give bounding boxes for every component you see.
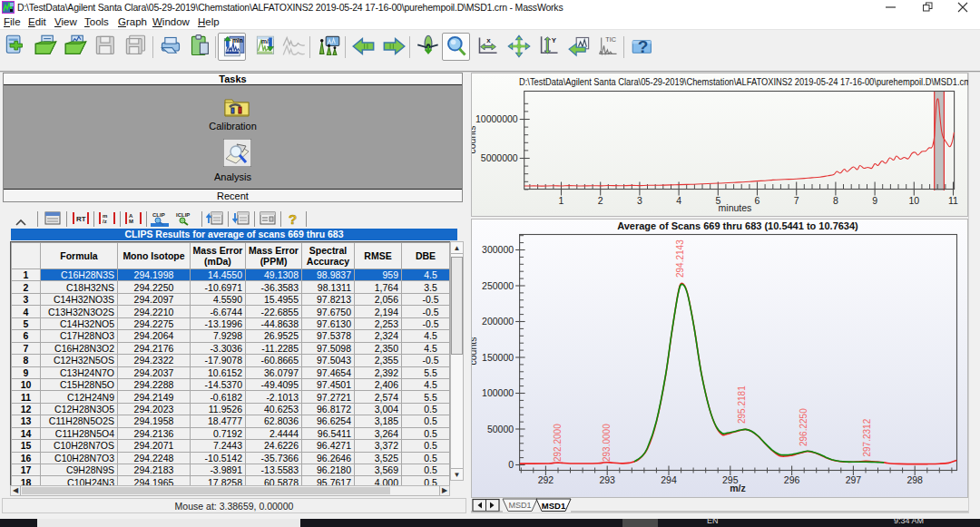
svg-text:?: ?	[638, 37, 649, 56]
svg-text:8: 8	[833, 195, 838, 206]
svg-text:297: 297	[846, 474, 862, 485]
svg-text:TIC: TIC	[605, 35, 616, 44]
svg-text:counts: counts	[472, 126, 477, 154]
svg-text:2: 2	[598, 195, 603, 206]
svg-text:295.2181: 295.2181	[737, 385, 747, 424]
svg-text:counts: counts	[472, 337, 478, 366]
svg-text:150000: 150000	[482, 352, 514, 363]
svg-text:292: 292	[538, 474, 554, 485]
svg-text:/z: /z	[103, 219, 107, 224]
svg-text:3: 3	[637, 195, 642, 206]
svg-text:7: 7	[794, 195, 799, 206]
svg-text:6: 6	[755, 195, 760, 206]
svg-text:200000: 200000	[482, 316, 514, 327]
svg-text:RT: RT	[76, 215, 86, 223]
svg-text:298: 298	[906, 474, 923, 485]
svg-text:296.2250: 296.2250	[799, 408, 808, 446]
svg-text:297.2312: 297.2312	[862, 418, 872, 456]
svg-text:?: ?	[289, 211, 297, 227]
svg-text:4: 4	[676, 195, 681, 206]
svg-text:D:\TestData\Agilent Santa Clar: D:\TestData\Agilent Santa Clara\05-29-20…	[519, 77, 969, 87]
svg-text:CLIP: CLIP	[152, 212, 165, 218]
svg-text:MSD1: MSD1	[542, 501, 566, 511]
svg-text:ICLIP: ICLIP	[176, 212, 190, 218]
svg-text:293: 293	[599, 474, 615, 485]
svg-text:294: 294	[661, 474, 677, 485]
svg-text:11: 11	[948, 195, 958, 206]
svg-text:50000: 50000	[487, 424, 514, 434]
svg-text:293.0000: 293.0000	[602, 424, 612, 462]
svg-text:10000000: 10000000	[475, 113, 518, 124]
svg-text:Y: Y	[552, 36, 557, 44]
svg-text:Average of Scans 669 thru 683: Average of Scans 669 thru 683 (10.5441 t…	[617, 220, 858, 231]
svg-text:M: M	[129, 219, 133, 224]
svg-text:10: 10	[908, 195, 919, 206]
svg-text:minutes: minutes	[719, 202, 752, 213]
svg-text:MSD1: MSD1	[508, 501, 531, 510]
svg-text:250000: 250000	[482, 280, 514, 291]
svg-text:292.2000: 292.2000	[553, 424, 563, 462]
svg-text:m/z: m/z	[730, 483, 746, 493]
svg-text:5000000: 5000000	[481, 152, 518, 163]
svg-text:294.2143: 294.2143	[675, 239, 685, 278]
svg-text:300000: 300000	[482, 244, 514, 255]
svg-text:100000: 100000	[482, 387, 514, 398]
svg-text:0: 0	[508, 459, 514, 470]
svg-text:x: x	[486, 36, 491, 44]
svg-text:296: 296	[784, 474, 800, 485]
svg-text:9: 9	[872, 195, 877, 206]
svg-text:min: min	[232, 37, 243, 44]
svg-text:1: 1	[559, 195, 564, 206]
